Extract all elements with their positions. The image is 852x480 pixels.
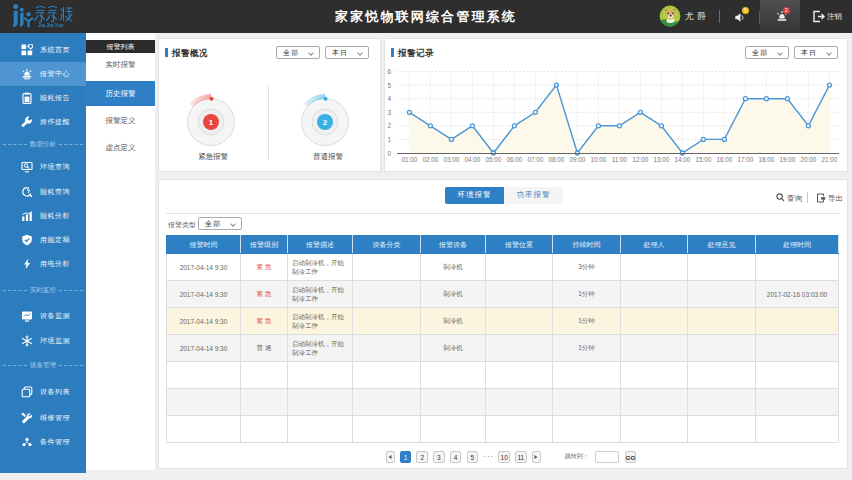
svg-text:1: 1 [209, 118, 214, 127]
svg-text:15:00: 15:00 [696, 156, 712, 163]
svg-text:06:00: 06:00 [507, 156, 523, 163]
svg-text:1: 1 [387, 136, 391, 143]
svg-text:14:00: 14:00 [675, 156, 691, 163]
svg-text:11:00: 11:00 [612, 156, 628, 163]
svg-text:19:00: 19:00 [780, 156, 796, 163]
svg-text:2: 2 [323, 118, 328, 127]
svg-text:17:00: 17:00 [738, 156, 754, 163]
svg-text:6: 6 [387, 68, 391, 75]
svg-text:16:00: 16:00 [717, 156, 733, 163]
svg-text:08:00: 08:00 [549, 156, 565, 163]
svg-text:07:00: 07:00 [528, 156, 544, 163]
svg-text:04:00: 04:00 [465, 156, 481, 163]
svg-text:13:00: 13:00 [654, 156, 670, 163]
svg-text:03:00: 03:00 [444, 156, 460, 163]
svg-text:20:00: 20:00 [801, 156, 817, 163]
svg-text:0: 0 [387, 150, 391, 157]
svg-text:5: 5 [387, 82, 391, 89]
svg-text:21:00: 21:00 [822, 156, 838, 163]
svg-text:18:00: 18:00 [759, 156, 775, 163]
svg-text:09:00: 09:00 [570, 156, 586, 163]
svg-text:3: 3 [387, 109, 391, 116]
svg-text:05:00: 05:00 [486, 156, 502, 163]
svg-text:4: 4 [387, 95, 391, 102]
svg-text:10:00: 10:00 [591, 156, 607, 163]
svg-text:01:00: 01:00 [402, 156, 418, 163]
svg-text:12:00: 12:00 [633, 156, 649, 163]
svg-text:02:00: 02:00 [423, 156, 439, 163]
svg-text:2: 2 [387, 122, 391, 129]
